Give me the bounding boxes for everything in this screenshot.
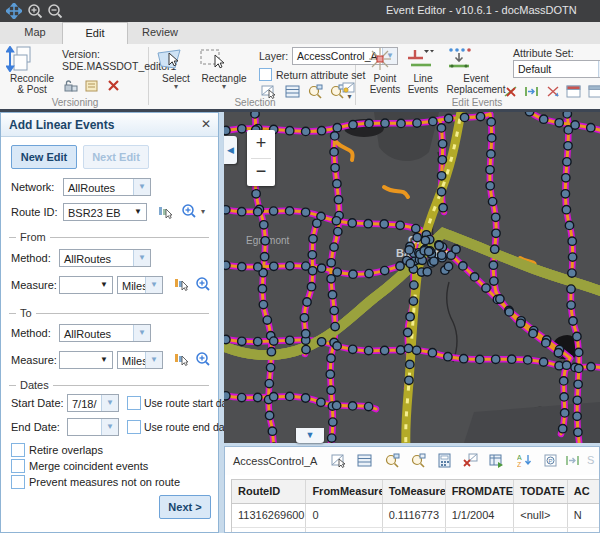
event-attributes-window-icon[interactable] <box>566 84 581 99</box>
selectable-layers-icon[interactable]: ▾ <box>342 82 357 97</box>
map-zoom-control: + − <box>247 130 275 186</box>
tab-map[interactable]: Map <box>12 22 58 43</box>
column-header[interactable]: AC <box>568 480 600 503</box>
zoom-to-selection-icon[interactable] <box>308 84 323 99</box>
use-route-start-date-checkbox[interactable] <box>127 396 141 410</box>
to-zoom-icon[interactable] <box>195 351 210 366</box>
from-method-dropdown[interactable]: AllRoutes▼ <box>59 249 151 267</box>
selectable-layers-caret[interactable]: ▾ <box>342 94 357 100</box>
start-date-combo[interactable]: 7/18/▼ <box>67 394 119 412</box>
chevron-down-icon[interactable]: ▼ <box>101 419 118 435</box>
new-edit-button[interactable]: New Edit <box>11 145 77 169</box>
column-header[interactable]: ToMeasure <box>383 480 446 503</box>
point-events-button[interactable]: Point Events <box>367 46 403 95</box>
rectangle-select-icon <box>198 46 228 72</box>
map-zoom-out-button[interactable]: − <box>247 158 275 186</box>
merge-coincident-checkbox[interactable] <box>11 459 25 473</box>
clear-selection-icon[interactable] <box>463 453 478 468</box>
collapse-table-icon[interactable]: ▼ <box>296 428 324 443</box>
reconcile-post-button[interactable]: Reconcile & Post <box>6 46 58 95</box>
zoom-route-caret[interactable]: ▾ <box>201 209 205 215</box>
attribute-set-dropdown[interactable]: Default ▼ <box>513 60 600 78</box>
chevron-down-icon[interactable]: ▼ <box>145 277 162 293</box>
measure-range-icon[interactable] <box>565 453 580 468</box>
select-button[interactable]: Select ▾ <box>156 46 196 90</box>
rectangle-select-button[interactable]: Rectangle ▾ <box>198 46 250 90</box>
return-attribute-set-checkbox[interactable] <box>259 68 272 81</box>
start-date-label: Start Date: <box>11 397 64 409</box>
to-units-dropdown[interactable]: Miles▼ <box>117 351 163 369</box>
chevron-down-icon[interactable]: ▼ <box>100 352 108 368</box>
collapse-panel-icon[interactable]: ◀ <box>224 136 237 164</box>
chevron-down-icon[interactable]: ▼ <box>100 277 108 293</box>
clipped-toolbar-button[interactable]: S <box>587 454 594 466</box>
merge-coincident-label: Merge coincident events <box>29 460 148 472</box>
new-version-icon[interactable] <box>84 78 99 93</box>
from-zoom-icon[interactable] <box>195 276 210 291</box>
chevron-down-icon[interactable]: ▼ <box>101 395 118 411</box>
column-header[interactable]: FromMeasure <box>306 480 382 503</box>
svg-text:P: P <box>549 458 553 464</box>
title-bar: Event Editor - v10.6.1 - docMassDOTN <box>0 0 600 22</box>
point-events-icon <box>367 46 393 72</box>
table-toolbar: AccessControl_A AZ P S <box>225 447 599 475</box>
merge-events-icon[interactable] <box>546 84 561 99</box>
select-dropdown-caret[interactable]: ▾ <box>156 84 196 90</box>
next-edit-button[interactable]: Next Edit <box>83 145 149 169</box>
tab-review[interactable]: Review <box>132 22 188 43</box>
table-row[interactable]: 11316270600 0 0.0795596 1/1/2004 <null> … <box>232 528 600 533</box>
select-route-on-map-icon[interactable] <box>157 204 172 219</box>
select-features-icon[interactable] <box>331 453 346 468</box>
next-button[interactable]: Next > <box>159 495 211 519</box>
map-zoom-in-button[interactable]: + <box>247 130 275 158</box>
measure-range-icon[interactable] <box>524 84 539 99</box>
end-date-combo[interactable]: ▼ <box>67 418 119 436</box>
chevron-down-icon[interactable]: ▼ <box>145 352 162 368</box>
zoom-to-selected-icon[interactable] <box>385 453 400 468</box>
zoom-in-icon[interactable] <box>27 3 43 19</box>
identify-icon[interactable]: P <box>543 453 558 468</box>
from-measure-combo[interactable]: ▼ <box>59 276 113 294</box>
pan-to-selected-icon[interactable] <box>411 453 426 468</box>
prevent-measures-checkbox[interactable] <box>11 475 25 489</box>
attribute-list-icon[interactable] <box>357 453 372 468</box>
column-header[interactable]: FROMDATE <box>446 480 515 503</box>
chevron-down-icon[interactable]: ▼ <box>133 179 150 195</box>
pan-icon[interactable] <box>6 3 22 19</box>
network-dropdown[interactable]: AllRoutes▼ <box>63 178 151 196</box>
export-table-icon[interactable] <box>489 453 504 468</box>
from-group-legend: From <box>9 231 209 243</box>
delete-version-icon[interactable] <box>106 78 121 93</box>
chevron-down-icon[interactable]: ▼ <box>133 325 150 341</box>
close-icon[interactable]: ✕ <box>201 117 211 131</box>
from-measure-label: Measure: <box>11 279 57 291</box>
column-header[interactable]: RouteID <box>232 480 306 503</box>
to-pick-measure-icon[interactable] <box>173 351 188 366</box>
rectangle-dropdown-caret[interactable]: ▾ <box>198 84 250 90</box>
column-header[interactable]: TODATE <box>514 480 568 503</box>
line-events-button[interactable]: Line Events <box>406 46 440 95</box>
zoom-to-route-icon[interactable] <box>181 203 196 218</box>
from-units-dropdown[interactable]: Miles▼ <box>117 276 163 294</box>
calculator-icon[interactable] <box>437 453 452 468</box>
events-panel-icon[interactable] <box>588 84 600 99</box>
table-row[interactable]: 11316269600 0 0.1116773 1/1/2004 <null> … <box>232 504 600 528</box>
retire-overlaps-checkbox[interactable] <box>11 443 25 457</box>
versioning-section-label: Versioning <box>30 97 120 108</box>
to-measure-combo[interactable]: ▼ <box>59 351 113 369</box>
zoom-out-icon[interactable] <box>47 3 63 19</box>
sort-icon[interactable]: AZ <box>517 453 532 468</box>
event-replacement-button[interactable]: Event Replacement <box>444 46 508 95</box>
map-view[interactable]: Egremont Great Barrington <box>224 112 600 443</box>
use-route-end-date-checkbox[interactable] <box>127 420 141 434</box>
route-id-combo[interactable]: BSR23 EB▼ <box>63 203 147 221</box>
chevron-down-icon[interactable]: ▼ <box>133 250 150 266</box>
tab-edit[interactable]: Edit <box>62 22 128 45</box>
chevron-down-icon[interactable]: ▼ <box>134 204 142 220</box>
return-attribute-set-label: Return attribute set <box>276 69 365 81</box>
from-pick-measure-icon[interactable] <box>173 276 188 291</box>
to-method-dropdown[interactable]: AllRoutes▼ <box>59 324 151 342</box>
line-events-icon <box>406 46 434 72</box>
reconcile-label: Reconcile <box>10 73 54 84</box>
unlock-icon[interactable] <box>63 78 78 93</box>
